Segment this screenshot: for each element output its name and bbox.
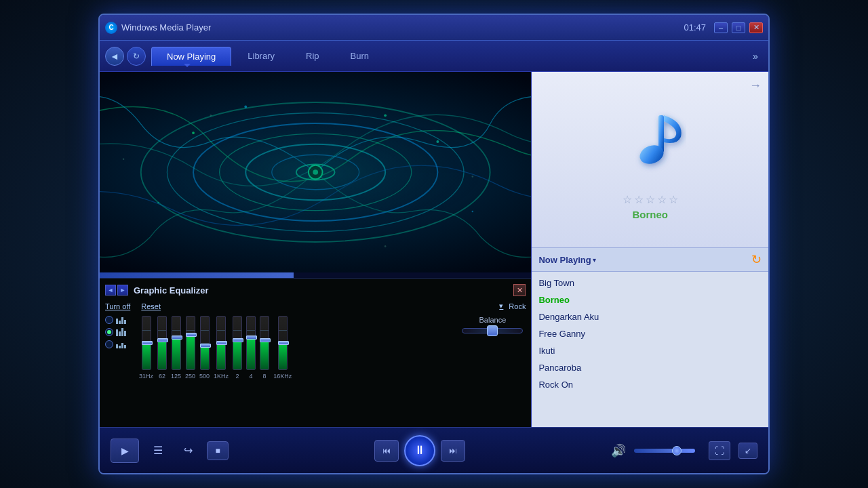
back-button[interactable]: ◄ (105, 47, 124, 66)
eq-band-1khz: 1KHz (214, 316, 229, 380)
eq-slider-track-7[interactable] (233, 316, 242, 370)
eq-label-62: 62 (159, 373, 165, 380)
left-panel: ◄ ► Graphic Equalizer ✕ Turn off Reset ▾… (100, 72, 532, 427)
transport-prev-button[interactable]: ⏮ (374, 440, 399, 462)
main-content: ◄ ► Graphic Equalizer ✕ Turn off Reset ▾… (100, 72, 768, 427)
eq-band-icon-2 (116, 328, 131, 336)
eq-label-125: 125 (171, 373, 181, 380)
playlist-shuffle-icon[interactable]: ↻ (751, 252, 762, 267)
volume-icon[interactable]: 🔊 (611, 443, 626, 458)
star-3: ☆ (646, 193, 655, 206)
eq-sliders: 31Hz 62 (136, 316, 454, 380)
star-4: ☆ (657, 193, 667, 206)
eq-turnoff-link[interactable]: Turn off (105, 302, 130, 310)
eq-reset-link[interactable]: Reset (141, 302, 161, 310)
balance-thumb[interactable] (487, 325, 498, 336)
eq-slider-track-3[interactable] (172, 316, 181, 370)
star-1: ☆ (623, 193, 632, 206)
eq-slider-track-2[interactable] (157, 316, 167, 370)
transport-list-button[interactable]: ☰ (147, 440, 169, 462)
playlist-item-pancaroba[interactable]: Pancaroba (532, 359, 768, 376)
balance-label: Balance (479, 316, 507, 324)
volume-slider[interactable] (634, 449, 695, 453)
wmp-window: C Windows Media Player 01:47 – □ ✕ ◄ ↻ N… (98, 14, 770, 474)
eq-slider-track-6[interactable] (216, 316, 226, 370)
svg-point-17 (123, 158, 125, 160)
fullscreen-button[interactable]: ⛶ (709, 441, 730, 460)
tab-now-playing[interactable]: Now Playing (151, 47, 231, 66)
eq-radio-3[interactable] (105, 340, 131, 348)
eq-label-16khz: 16KHz (273, 373, 292, 380)
playlist-item-rock-on[interactable]: Rock On (532, 376, 768, 393)
refresh-button[interactable]: ↻ (127, 47, 146, 66)
transport-pause-button[interactable]: ⏸ (404, 435, 435, 466)
eq-slider-track-4[interactable] (186, 316, 195, 370)
playlist-item-borneo[interactable]: Borneo (532, 291, 768, 308)
music-note-svg (610, 103, 691, 184)
mini-mode-button[interactable]: ↙ (738, 443, 757, 459)
transport-stop-button[interactable]: ■ (207, 441, 229, 460)
more-nav-button[interactable]: » (748, 49, 763, 64)
progress-bar[interactable] (100, 272, 531, 278)
eq-close-button[interactable]: ✕ (513, 284, 526, 296)
nav-bar: ◄ ↻ Now Playing Library Rip Burn » (100, 41, 768, 72)
transport-return-button[interactable]: ↪ (177, 440, 199, 462)
eq-preset-name: Rock (509, 302, 526, 310)
eq-radio-col (105, 316, 131, 348)
eq-label-2k: 2 (236, 373, 239, 380)
star-rating[interactable]: ☆ ☆ ☆ ☆ ☆ (623, 193, 678, 206)
eq-label-1khz: 1KHz (214, 373, 229, 380)
title-bar: C Windows Media Player 01:47 – □ ✕ (100, 15, 768, 41)
eq-next-button[interactable]: ► (117, 285, 128, 296)
transport-next-button[interactable]: ⏭ (441, 440, 465, 462)
playlist-item-free-ganny[interactable]: Free Ganny (532, 325, 768, 342)
eq-label-250: 250 (185, 373, 195, 380)
right-panel: → (532, 72, 768, 427)
arrow-icon[interactable]: → (749, 79, 762, 93)
balance-slider[interactable] (462, 328, 523, 333)
eq-band-16khz: 16KHz (273, 316, 292, 380)
eq-slider-track-1[interactable] (142, 316, 151, 370)
eq-band-8k: 8 (260, 316, 269, 380)
nav-tabs: Now Playing Library Rip Burn (151, 47, 748, 66)
playlist-item-big-town[interactable]: Big Town (532, 274, 768, 291)
svg-rect-16 (100, 72, 531, 272)
eq-label-31hz: 31Hz (139, 373, 153, 380)
eq-prev-button[interactable]: ◄ (105, 285, 116, 296)
svg-point-18 (210, 115, 212, 117)
playlist-area: Now Playing ▾ ↻ Big Town Borneo Dengarka… (532, 248, 768, 427)
tab-library[interactable]: Library (233, 47, 290, 66)
tab-rip[interactable]: Rip (291, 47, 334, 66)
volume-thumb[interactable] (672, 446, 682, 455)
eq-slider-track-8[interactable] (246, 316, 256, 370)
eq-slider-track-10[interactable] (278, 316, 288, 370)
radio-circle-1 (105, 316, 113, 324)
playlist-title: Now Playing (538, 255, 591, 265)
window-controls: – □ ✕ (714, 22, 763, 33)
eq-preset-dropdown[interactable]: ▾ (499, 302, 503, 310)
minimize-button[interactable]: – (714, 22, 728, 33)
eq-title: Graphic Equalizer (134, 285, 209, 296)
tab-burn[interactable]: Burn (336, 47, 384, 66)
restore-button[interactable]: □ (732, 22, 745, 33)
eq-band-4k: 4 (246, 316, 256, 380)
eq-slider-track-9[interactable] (260, 316, 269, 370)
eq-panel: ◄ ► Graphic Equalizer ✕ Turn off Reset ▾… (100, 278, 531, 427)
radio-circle-2 (105, 328, 113, 336)
playlist-item-dengarkan-aku[interactable]: Dengarkan Aku (532, 308, 768, 325)
eq-band-62: 62 (157, 316, 167, 380)
transport-play-button[interactable]: ▶ (111, 439, 139, 463)
close-button[interactable]: ✕ (749, 22, 763, 33)
playlist-dropdown-icon[interactable]: ▾ (593, 256, 596, 264)
clock: 01:47 (684, 22, 706, 33)
eq-radio-2[interactable] (105, 328, 131, 336)
eq-radio-1[interactable] (105, 316, 131, 324)
eq-band-500: 500 (199, 316, 210, 380)
eq-band-250: 250 (185, 316, 195, 380)
visualizer-svg (100, 72, 531, 272)
eq-band-2k: 2 (233, 316, 242, 380)
playlist-item-ikuti[interactable]: Ikuti (532, 342, 768, 359)
svg-point-22 (384, 245, 387, 247)
balance-section: Balance (462, 316, 523, 333)
eq-slider-track-5[interactable] (200, 316, 210, 370)
